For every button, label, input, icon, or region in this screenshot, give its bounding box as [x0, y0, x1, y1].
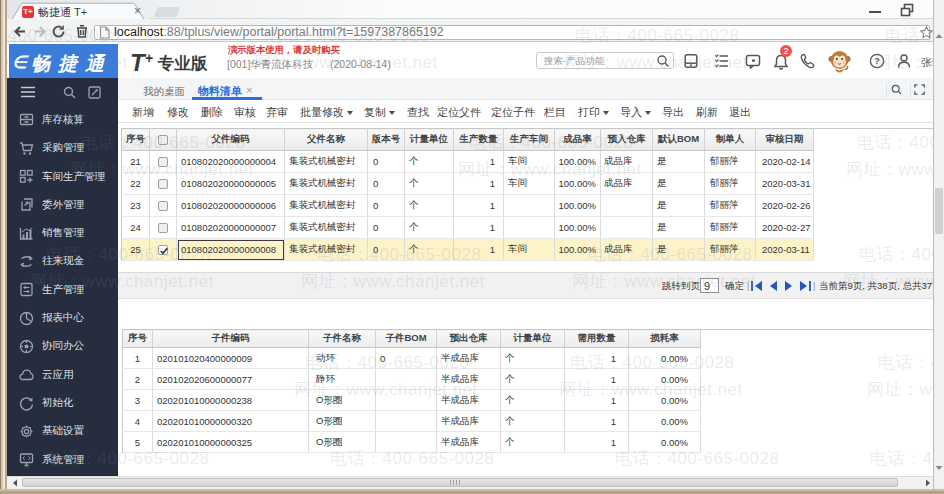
- svg-text:?: ?: [874, 56, 880, 66]
